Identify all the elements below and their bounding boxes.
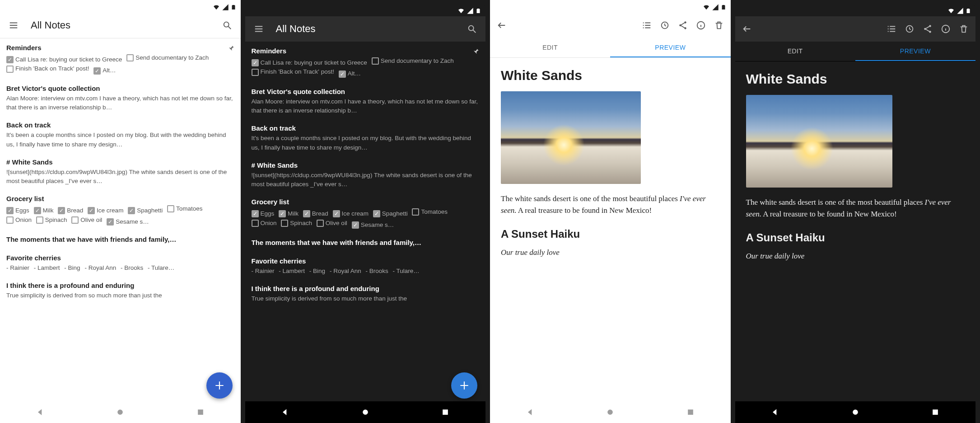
info-button[interactable] [692,16,710,34]
tab-preview[interactable]: PREVIEW [610,38,730,57]
history-button[interactable] [901,20,919,38]
nav-recent-icon[interactable] [686,408,695,417]
status-bar [0,0,241,13]
note-snippet: It's been a couple months since I posted… [6,131,234,149]
note-snippet: Alan Moore: interview on mtv.com I have … [6,94,234,113]
page-title: All Notes [27,19,214,31]
note-title: # White Sands [6,158,234,166]
menu-button[interactable] [5,16,23,34]
delete-button[interactable] [955,20,973,38]
nav-home-icon[interactable] [361,408,370,417]
svg-rect-5 [443,409,448,415]
battery-icon [966,7,971,14]
note-item-back[interactable]: Back on track It's been a couple months … [252,119,480,156]
delete-button[interactable] [710,16,728,34]
search-button[interactable] [218,16,236,34]
battery-icon [721,4,726,11]
note-item-moments[interactable]: The moments that we have with friends an… [6,230,234,249]
nav-back-icon[interactable] [770,408,779,417]
document-preview[interactable]: White Sands The white sands desert is on… [490,58,731,401]
back-button[interactable] [493,16,511,34]
arrow-left-icon [742,24,752,34]
tab-preview[interactable]: PREVIEW [855,42,975,61]
wifi-icon [947,7,955,14]
note-title: # White Sands [252,161,480,169]
nav-home-icon[interactable] [606,408,615,417]
note-item-white-sands[interactable]: # White Sands ![sunset](https://cldup.co… [252,156,480,193]
signal-icon [222,4,229,11]
checklist-button[interactable] [882,20,901,38]
svg-point-16 [929,31,931,33]
svg-rect-2 [198,409,203,415]
note-item-bret[interactable]: Bret Victor's quote collection Alan Moor… [6,79,234,116]
note-item-cherries[interactable]: Favorite cherries Rainier Lambert Bing R… [252,252,480,279]
note-title: Bret Victor's quote collection [252,88,480,95]
notes-list[interactable]: Reminders Call Lisa re: buying our ticke… [0,38,241,401]
history-button[interactable] [656,16,674,34]
note-item-cherries[interactable]: Favorite cherries Rainier Lambert Bing R… [6,249,234,276]
note-item-bret[interactable]: Bret Victor's quote collection Alan Moor… [252,82,480,119]
status-bar [490,0,731,13]
share-button[interactable] [919,20,937,38]
info-icon [696,20,706,30]
editor-toolbar [735,16,976,42]
pin-icon [472,47,479,56]
info-button[interactable] [937,20,955,38]
menu-button[interactable] [250,20,268,38]
status-bar [735,4,976,16]
battery-icon [476,7,481,14]
note-item-back[interactable]: Back on track It's been a couple months … [6,116,234,153]
doc-heading-2: A Sunset Haiku [746,231,965,244]
note-snippet: ![sunset](https://cldup.com/9wpWU84l3n.j… [6,168,234,186]
note-item-profound[interactable]: I think there is a profound and enduring… [6,276,234,304]
nav-recent-icon[interactable] [196,408,205,417]
note-item-moments[interactable]: The moments that we have with friends an… [252,233,480,252]
note-title: The moments that we have with friends an… [252,239,480,246]
nav-home-icon[interactable] [116,408,125,417]
svg-rect-19 [933,409,938,415]
share-button[interactable] [674,16,692,34]
note-item-grocery[interactable]: Grocery list Eggs Milk Bread Ice cream S… [6,189,234,230]
battery-icon [231,4,236,11]
nav-home-icon[interactable] [851,408,860,417]
note-title: I think there is a profound and enduring [6,282,234,289]
system-nav-bar [0,401,241,423]
svg-point-9 [684,28,686,29]
note-snippet: True simplicity is derived from so much … [6,291,234,300]
back-button[interactable] [738,20,756,38]
note-item-profound[interactable]: I think there is a profound and enduring… [252,279,480,307]
svg-point-7 [679,24,681,26]
document-preview[interactable]: White Sands The white sands desert is on… [735,61,976,401]
sunset-image [501,91,641,184]
plus-icon [458,380,470,391]
note-checklist: Eggs Milk Bread Ice cream Spaghetti Toma… [252,207,480,230]
nav-back-icon[interactable] [526,408,535,417]
fab-add-note[interactable] [206,372,233,399]
svg-point-0 [224,22,229,27]
note-item-grocery[interactable]: Grocery list Eggs Milk Bread Ice cream S… [252,193,480,233]
note-item-reminders[interactable]: Reminders Call Lisa re: buying our ticke… [6,38,234,79]
fab-add-note[interactable] [451,372,477,399]
nav-back-icon[interactable] [280,408,289,417]
note-title: Bret Victor's quote collection [6,85,234,92]
share-icon [923,24,933,34]
note-item-white-sands[interactable]: # White Sands ![sunset](https://cldup.co… [6,153,234,190]
checklist-button[interactable] [638,16,656,34]
tab-edit[interactable]: EDIT [735,42,855,61]
nav-recent-icon[interactable] [931,408,940,417]
note-snippet: ![sunset](https://cldup.com/9wpWU84l3n.j… [252,171,480,189]
note-snippet: True simplicity is derived from so much … [252,294,480,303]
nav-back-icon[interactable] [36,408,45,417]
tab-edit[interactable]: EDIT [490,38,610,57]
checklist-icon [887,24,896,34]
nav-recent-icon[interactable] [441,408,450,417]
page-title: All Notes [272,23,459,35]
wifi-icon [457,7,465,14]
notes-list[interactable]: Reminders Call Lisa re: buying our ticke… [245,42,486,401]
app-bar: All Notes [0,13,241,38]
svg-point-1 [117,409,123,415]
doc-haiku-line: Our true daily love [501,247,720,258]
note-item-reminders[interactable]: Reminders Call Lisa re: buying our ticke… [252,42,480,82]
search-button[interactable] [463,20,481,38]
note-snippet: Rainier Lambert Bing Royal Ann Brooks Tu… [252,267,480,276]
